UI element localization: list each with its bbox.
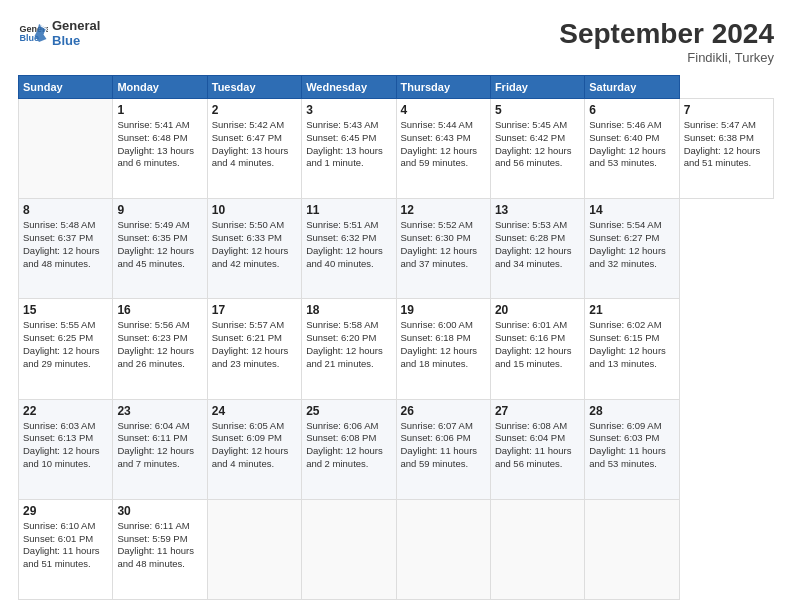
calendar-cell: 17Sunrise: 5:57 AMSunset: 6:21 PMDayligh…	[207, 299, 301, 399]
day-number: 9	[117, 203, 202, 217]
day-detail: Sunrise: 6:00 AMSunset: 6:18 PMDaylight:…	[401, 319, 486, 370]
day-number: 20	[495, 303, 580, 317]
calendar-cell: 2Sunrise: 5:42 AMSunset: 6:47 PMDaylight…	[207, 99, 301, 199]
calendar-cell: 30Sunrise: 6:11 AMSunset: 5:59 PMDayligh…	[113, 499, 207, 599]
location: Findikli, Turkey	[559, 50, 774, 65]
weekday-header-tuesday: Tuesday	[207, 76, 301, 99]
calendar-cell: 12Sunrise: 5:52 AMSunset: 6:30 PMDayligh…	[396, 199, 490, 299]
day-detail: Sunrise: 6:05 AMSunset: 6:09 PMDaylight:…	[212, 420, 297, 471]
calendar-cell	[490, 499, 584, 599]
calendar-table: SundayMondayTuesdayWednesdayThursdayFrid…	[18, 75, 774, 600]
day-number: 13	[495, 203, 580, 217]
day-number: 5	[495, 103, 580, 117]
day-number: 3	[306, 103, 391, 117]
day-detail: Sunrise: 5:51 AMSunset: 6:32 PMDaylight:…	[306, 219, 391, 270]
calendar-cell: 27Sunrise: 6:08 AMSunset: 6:04 PMDayligh…	[490, 399, 584, 499]
day-detail: Sunrise: 5:55 AMSunset: 6:25 PMDaylight:…	[23, 319, 108, 370]
day-detail: Sunrise: 6:09 AMSunset: 6:03 PMDaylight:…	[589, 420, 674, 471]
day-number: 22	[23, 404, 108, 418]
calendar-cell: 3Sunrise: 5:43 AMSunset: 6:45 PMDaylight…	[302, 99, 396, 199]
day-detail: Sunrise: 5:48 AMSunset: 6:37 PMDaylight:…	[23, 219, 108, 270]
day-detail: Sunrise: 5:50 AMSunset: 6:33 PMDaylight:…	[212, 219, 297, 270]
day-detail: Sunrise: 6:08 AMSunset: 6:04 PMDaylight:…	[495, 420, 580, 471]
day-number: 14	[589, 203, 674, 217]
day-number: 8	[23, 203, 108, 217]
day-detail: Sunrise: 5:57 AMSunset: 6:21 PMDaylight:…	[212, 319, 297, 370]
calendar-cell: 9Sunrise: 5:49 AMSunset: 6:35 PMDaylight…	[113, 199, 207, 299]
calendar-cell: 28Sunrise: 6:09 AMSunset: 6:03 PMDayligh…	[585, 399, 679, 499]
day-detail: Sunrise: 5:54 AMSunset: 6:27 PMDaylight:…	[589, 219, 674, 270]
calendar-cell: 13Sunrise: 5:53 AMSunset: 6:28 PMDayligh…	[490, 199, 584, 299]
day-detail: Sunrise: 5:44 AMSunset: 6:43 PMDaylight:…	[401, 119, 486, 170]
calendar-cell: 1Sunrise: 5:41 AMSunset: 6:48 PMDaylight…	[113, 99, 207, 199]
day-detail: Sunrise: 5:45 AMSunset: 6:42 PMDaylight:…	[495, 119, 580, 170]
day-number: 15	[23, 303, 108, 317]
day-detail: Sunrise: 6:03 AMSunset: 6:13 PMDaylight:…	[23, 420, 108, 471]
title-block: September 2024 Findikli, Turkey	[559, 18, 774, 65]
day-number: 25	[306, 404, 391, 418]
calendar-cell	[585, 499, 679, 599]
day-detail: Sunrise: 5:52 AMSunset: 6:30 PMDaylight:…	[401, 219, 486, 270]
logo: General Blue General Blue	[18, 18, 100, 48]
calendar-cell: 24Sunrise: 6:05 AMSunset: 6:09 PMDayligh…	[207, 399, 301, 499]
calendar-cell	[19, 99, 113, 199]
day-detail: Sunrise: 6:02 AMSunset: 6:15 PMDaylight:…	[589, 319, 674, 370]
calendar-cell: 11Sunrise: 5:51 AMSunset: 6:32 PMDayligh…	[302, 199, 396, 299]
day-number: 10	[212, 203, 297, 217]
day-detail: Sunrise: 5:53 AMSunset: 6:28 PMDaylight:…	[495, 219, 580, 270]
day-number: 19	[401, 303, 486, 317]
day-number: 17	[212, 303, 297, 317]
day-number: 27	[495, 404, 580, 418]
day-number: 2	[212, 103, 297, 117]
calendar-cell: 7Sunrise: 5:47 AMSunset: 6:38 PMDaylight…	[679, 99, 773, 199]
logo-text-general: General	[52, 18, 100, 33]
calendar-cell: 20Sunrise: 6:01 AMSunset: 6:16 PMDayligh…	[490, 299, 584, 399]
day-number: 4	[401, 103, 486, 117]
day-number: 6	[589, 103, 674, 117]
day-detail: Sunrise: 5:41 AMSunset: 6:48 PMDaylight:…	[117, 119, 202, 170]
day-number: 21	[589, 303, 674, 317]
day-number: 1	[117, 103, 202, 117]
weekday-header-thursday: Thursday	[396, 76, 490, 99]
logo-icon: General Blue	[18, 18, 48, 48]
calendar-cell	[396, 499, 490, 599]
day-number: 30	[117, 504, 202, 518]
calendar-cell: 6Sunrise: 5:46 AMSunset: 6:40 PMDaylight…	[585, 99, 679, 199]
calendar-cell: 21Sunrise: 6:02 AMSunset: 6:15 PMDayligh…	[585, 299, 679, 399]
day-number: 29	[23, 504, 108, 518]
day-detail: Sunrise: 6:11 AMSunset: 5:59 PMDaylight:…	[117, 520, 202, 571]
day-detail: Sunrise: 5:46 AMSunset: 6:40 PMDaylight:…	[589, 119, 674, 170]
weekday-header-monday: Monday	[113, 76, 207, 99]
calendar-cell: 22Sunrise: 6:03 AMSunset: 6:13 PMDayligh…	[19, 399, 113, 499]
calendar-cell	[302, 499, 396, 599]
calendar-cell	[207, 499, 301, 599]
day-number: 28	[589, 404, 674, 418]
day-number: 23	[117, 404, 202, 418]
day-number: 18	[306, 303, 391, 317]
calendar-cell: 15Sunrise: 5:55 AMSunset: 6:25 PMDayligh…	[19, 299, 113, 399]
day-number: 7	[684, 103, 769, 117]
weekday-header-wednesday: Wednesday	[302, 76, 396, 99]
day-detail: Sunrise: 5:42 AMSunset: 6:47 PMDaylight:…	[212, 119, 297, 170]
calendar-cell: 19Sunrise: 6:00 AMSunset: 6:18 PMDayligh…	[396, 299, 490, 399]
logo-text-blue: Blue	[52, 33, 100, 48]
day-detail: Sunrise: 5:49 AMSunset: 6:35 PMDaylight:…	[117, 219, 202, 270]
day-detail: Sunrise: 6:07 AMSunset: 6:06 PMDaylight:…	[401, 420, 486, 471]
day-detail: Sunrise: 5:47 AMSunset: 6:38 PMDaylight:…	[684, 119, 769, 170]
calendar-cell: 26Sunrise: 6:07 AMSunset: 6:06 PMDayligh…	[396, 399, 490, 499]
calendar-cell: 29Sunrise: 6:10 AMSunset: 6:01 PMDayligh…	[19, 499, 113, 599]
day-detail: Sunrise: 5:58 AMSunset: 6:20 PMDaylight:…	[306, 319, 391, 370]
day-number: 16	[117, 303, 202, 317]
day-number: 26	[401, 404, 486, 418]
day-detail: Sunrise: 5:56 AMSunset: 6:23 PMDaylight:…	[117, 319, 202, 370]
page-header: General Blue General Blue September 2024…	[18, 18, 774, 65]
day-number: 12	[401, 203, 486, 217]
day-detail: Sunrise: 6:10 AMSunset: 6:01 PMDaylight:…	[23, 520, 108, 571]
day-detail: Sunrise: 6:06 AMSunset: 6:08 PMDaylight:…	[306, 420, 391, 471]
calendar-cell: 4Sunrise: 5:44 AMSunset: 6:43 PMDaylight…	[396, 99, 490, 199]
day-number: 11	[306, 203, 391, 217]
weekday-header-sunday: Sunday	[19, 76, 113, 99]
day-detail: Sunrise: 6:01 AMSunset: 6:16 PMDaylight:…	[495, 319, 580, 370]
weekday-header-friday: Friday	[490, 76, 584, 99]
calendar-cell: 8Sunrise: 5:48 AMSunset: 6:37 PMDaylight…	[19, 199, 113, 299]
